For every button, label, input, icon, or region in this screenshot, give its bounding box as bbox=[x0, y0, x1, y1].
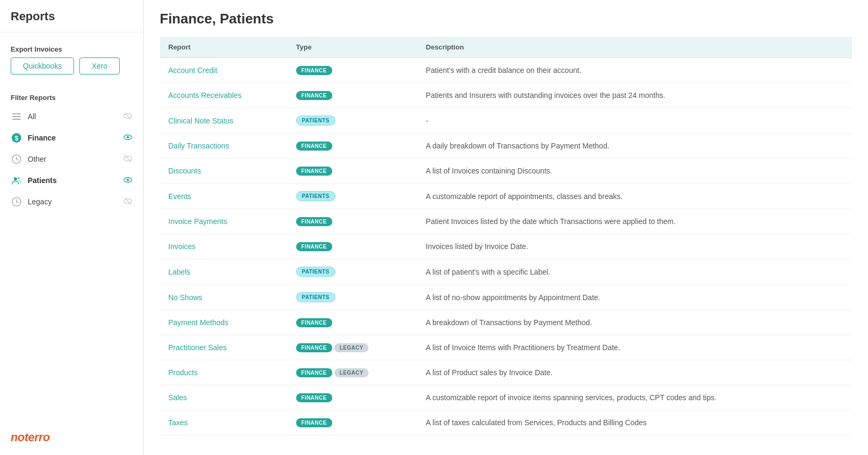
report-description: A list of no-show appointments by Appoin… bbox=[417, 285, 852, 310]
report-type: PATIENTS bbox=[288, 184, 417, 209]
report-link[interactable]: Products bbox=[168, 368, 198, 377]
report-link[interactable]: Account Credit bbox=[168, 66, 217, 75]
xero-button[interactable]: Xero bbox=[79, 57, 120, 75]
report-type: FINANCE bbox=[288, 310, 417, 335]
filter-eye[interactable] bbox=[123, 196, 133, 208]
table-row: Accounts Receivables FINANCE Patients an… bbox=[160, 83, 852, 108]
svg-rect-0 bbox=[12, 113, 21, 114]
filter-item-left: $ Finance bbox=[11, 132, 56, 144]
report-description: A list of taxes calculated from Services… bbox=[417, 410, 852, 435]
people-icon bbox=[11, 175, 22, 186]
table-row: Clinical Note Status PATIENTS - bbox=[160, 108, 852, 134]
svg-point-8 bbox=[127, 136, 129, 138]
sidebar: Reports Export Invoices Quickbooks Xero … bbox=[0, 0, 144, 455]
eye-hidden-icon[interactable] bbox=[123, 111, 133, 121]
filter-eye[interactable] bbox=[123, 133, 133, 144]
export-section: Export Invoices Quickbooks Xero bbox=[0, 32, 143, 81]
filter-item-legacy[interactable]: Legacy bbox=[11, 191, 133, 212]
eye-hidden-icon[interactable] bbox=[123, 196, 133, 206]
filter-item-left: Legacy bbox=[11, 196, 52, 208]
report-type: FINANCE bbox=[288, 159, 417, 184]
report-link[interactable]: Taxes bbox=[168, 418, 188, 427]
report-link[interactable]: Accounts Receivables bbox=[168, 91, 242, 100]
col-report: Report bbox=[160, 37, 288, 58]
report-type: PATIENTS bbox=[288, 108, 417, 134]
report-description: A list of Invoice Items with Practitione… bbox=[417, 335, 852, 360]
filter-item-label: Other bbox=[28, 155, 46, 163]
table-row: No Shows PATIENTS A list of no-show appo… bbox=[160, 285, 852, 310]
filter-item-patients[interactable]: Patients bbox=[11, 170, 133, 191]
badge-finance: FINANCE bbox=[296, 217, 332, 226]
report-link[interactable]: Payment Methods bbox=[168, 318, 228, 327]
filter-item-other[interactable]: Other bbox=[11, 148, 133, 170]
svg-rect-2 bbox=[12, 119, 21, 120]
filter-item-label: Finance bbox=[28, 134, 56, 142]
badge-patients: PATIENTS bbox=[296, 292, 335, 302]
export-label: Export Invoices bbox=[11, 45, 133, 53]
filter-item-finance[interactable]: $ Finance bbox=[11, 127, 133, 148]
eye-hidden-icon[interactable] bbox=[123, 154, 133, 163]
report-description: Invoices listed by Invoice Date. bbox=[417, 234, 852, 259]
badge-finance: FINANCE bbox=[296, 368, 332, 377]
table-row: Daily Transactions FINANCE A daily break… bbox=[160, 134, 852, 159]
report-type: FINANCE bbox=[288, 410, 417, 435]
report-link[interactable]: Invoices bbox=[168, 242, 195, 251]
filter-item-label: Patients bbox=[28, 176, 56, 185]
filter-item-left: Patients bbox=[11, 175, 56, 186]
layers-icon bbox=[11, 111, 22, 122]
clock-icon bbox=[11, 153, 22, 165]
filter-eye[interactable] bbox=[123, 175, 133, 186]
badge-legacy: LEGACY bbox=[334, 368, 369, 377]
filter-item-all[interactable]: All bbox=[11, 106, 133, 127]
badge-finance: FINANCE bbox=[296, 167, 332, 176]
filter-items: All $ Finance Other bbox=[11, 106, 133, 212]
report-description: A customizable report of appointments, c… bbox=[417, 184, 852, 209]
eye-visible-icon[interactable] bbox=[123, 133, 133, 142]
badge-finance: FINANCE bbox=[296, 318, 332, 327]
report-link[interactable]: Invoice Payments bbox=[168, 217, 227, 226]
table-row: Sales FINANCE A customizable report of i… bbox=[160, 385, 852, 410]
eye-visible-icon[interactable] bbox=[123, 175, 133, 185]
reports-tbody: Account Credit FINANCE Patient's with a … bbox=[160, 58, 852, 435]
col-type: Type bbox=[288, 37, 417, 58]
report-description: A list of patient's with a specific Labe… bbox=[417, 259, 852, 285]
report-link[interactable]: Sales bbox=[168, 393, 187, 402]
report-link[interactable]: No Shows bbox=[168, 293, 202, 302]
table-row: Invoices FINANCE Invoices listed by Invo… bbox=[160, 234, 852, 259]
logo: noterro bbox=[0, 420, 143, 455]
report-description: A list of Product sales by Invoice Date. bbox=[417, 360, 852, 385]
table-row: Practitioner Sales FINANCELEGACY A list … bbox=[160, 335, 852, 360]
badge-finance: FINANCE bbox=[296, 66, 332, 75]
badge-legacy: LEGACY bbox=[334, 343, 369, 352]
filter-eye[interactable] bbox=[123, 154, 133, 165]
report-type: FINANCE bbox=[288, 58, 417, 83]
table-row: Discounts FINANCE A list of Invoices con… bbox=[160, 159, 852, 184]
quickbooks-button[interactable]: Quickbooks bbox=[11, 57, 74, 75]
filter-item-label: Legacy bbox=[28, 197, 52, 206]
report-type: FINANCE bbox=[288, 234, 417, 259]
table-row: Labels PATIENTS A list of patient's with… bbox=[160, 259, 852, 285]
table-row: Account Credit FINANCE Patient's with a … bbox=[160, 58, 852, 83]
report-description: Patients and Insurers with outstanding i… bbox=[417, 83, 852, 108]
filter-label: Filter Reports bbox=[11, 94, 133, 102]
badge-patients: PATIENTS bbox=[296, 115, 335, 126]
badge-patients: PATIENTS bbox=[296, 191, 335, 201]
report-link[interactable]: Labels bbox=[168, 268, 190, 276]
filter-eye[interactable] bbox=[123, 111, 133, 122]
report-link[interactable]: Practitioner Sales bbox=[168, 343, 227, 352]
badge-finance: FINANCE bbox=[296, 242, 332, 251]
report-link[interactable]: Daily Transactions bbox=[168, 142, 229, 150]
filter-section: Filter Reports All $ Finance bbox=[0, 81, 143, 217]
report-link[interactable]: Clinical Note Status bbox=[168, 117, 233, 125]
report-description: Patient's with a credit balance on their… bbox=[417, 58, 852, 83]
report-link[interactable]: Events bbox=[168, 192, 191, 201]
badge-finance: FINANCE bbox=[296, 142, 332, 151]
report-type: PATIENTS bbox=[288, 285, 417, 310]
filter-item-label: All bbox=[28, 112, 36, 121]
badge-finance: FINANCE bbox=[296, 91, 332, 100]
report-type: FINANCE bbox=[288, 385, 417, 410]
report-description: - bbox=[417, 108, 852, 134]
badge-finance: FINANCE bbox=[296, 343, 332, 352]
svg-rect-1 bbox=[12, 116, 21, 117]
report-link[interactable]: Discounts bbox=[168, 167, 201, 175]
